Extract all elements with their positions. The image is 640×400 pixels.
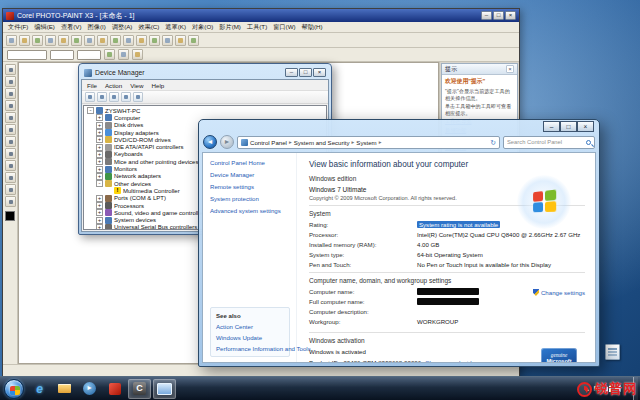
export-icon[interactable] <box>136 35 147 46</box>
console-icon[interactable] <box>85 92 95 102</box>
see-also-item[interactable]: Performance Information and Tools <box>216 345 284 352</box>
forward-button[interactable]: ► <box>220 135 234 149</box>
sidebar-item[interactable]: Device Manager <box>210 171 290 178</box>
portrait-icon[interactable] <box>118 49 129 60</box>
units-icon[interactable] <box>132 49 143 60</box>
paper-size-dropdown[interactable] <box>7 50 47 60</box>
export-icon[interactable] <box>97 92 107 102</box>
system-control-panel-window[interactable]: –□× ◄ ► Control PanelSystem and Security… <box>198 119 600 367</box>
cut-icon[interactable] <box>58 35 69 46</box>
red-app-icon[interactable] <box>103 379 126 399</box>
menu-item[interactable]: 遮罩(K) <box>165 23 186 32</box>
foreground-color-swatch[interactable] <box>5 211 15 221</box>
properties-icon[interactable] <box>133 92 143 102</box>
tree-toggle[interactable]: + <box>96 209 103 216</box>
breadcrumb[interactable]: Control PanelSystem and SecuritySystem <box>237 136 500 149</box>
sidebar-item[interactable]: Remote settings <box>210 183 290 190</box>
print-icon[interactable] <box>45 35 56 46</box>
menu-item[interactable]: 对象(O) <box>192 23 213 32</box>
app-launcher-icon[interactable] <box>175 35 186 46</box>
tree-toggle[interactable]: - <box>87 107 94 114</box>
eyedropper-tool-icon[interactable] <box>5 124 16 135</box>
caption-button[interactable]: – <box>285 68 298 77</box>
ie-icon[interactable] <box>28 379 51 399</box>
shape-tool-icon[interactable] <box>5 196 16 207</box>
menu-item[interactable]: 工具(T) <box>247 23 267 32</box>
menu-item[interactable]: File <box>87 82 97 89</box>
see-also-item[interactable]: Windows Update <box>216 334 284 341</box>
zoom-tool-icon[interactable] <box>5 112 16 123</box>
sidebar-item-control-panel-home[interactable]: Control Panel Home <box>210 159 290 166</box>
search-box[interactable] <box>503 136 595 149</box>
system-titlebar[interactable]: –□× <box>202 123 596 135</box>
crop-tool-icon[interactable] <box>5 100 16 111</box>
help-icon[interactable] <box>188 35 199 46</box>
effect-tool-icon[interactable] <box>5 172 16 183</box>
pick-tool-icon[interactable] <box>5 64 16 75</box>
tree-toggle[interactable]: + <box>96 122 103 129</box>
desktop-shortcut-icon[interactable] <box>605 344 620 360</box>
mask-rect-tool-icon[interactable] <box>5 76 16 87</box>
tree-toggle[interactable]: + <box>96 144 103 151</box>
tree-toggle[interactable]: + <box>96 217 103 224</box>
caption-button[interactable]: – <box>481 11 492 20</box>
scan-hardware-icon[interactable] <box>121 92 131 102</box>
tree-toggle[interactable]: + <box>96 158 103 165</box>
zoom-icon[interactable] <box>149 35 160 46</box>
tree-toggle[interactable]: - <box>96 180 103 187</box>
refresh-icon[interactable] <box>490 139 496 146</box>
media-player-icon[interactable] <box>78 379 101 399</box>
back-button[interactable]: ◄ <box>203 135 217 149</box>
menu-item[interactable]: 帮助(H) <box>302 23 323 32</box>
save-icon[interactable] <box>32 35 43 46</box>
fill-tool-icon[interactable] <box>5 184 16 195</box>
copy-icon[interactable] <box>71 35 82 46</box>
tree-toggle[interactable]: + <box>96 129 103 136</box>
caption-button[interactable]: × <box>313 68 326 77</box>
height-input[interactable] <box>77 50 101 60</box>
new-icon[interactable] <box>6 35 17 46</box>
system-window-icon[interactable] <box>153 379 176 399</box>
change-product-key-link[interactable]: Change product key <box>425 359 480 362</box>
import-icon[interactable] <box>123 35 134 46</box>
landscape-icon[interactable] <box>104 49 115 60</box>
tree-toggle[interactable]: + <box>96 202 103 209</box>
change-settings-link[interactable]: Change settings <box>533 289 585 296</box>
tree-toggle[interactable]: + <box>96 224 103 230</box>
breadcrumb-item[interactable]: Control Panel <box>249 139 288 146</box>
paint-tool-icon[interactable] <box>5 160 16 171</box>
tree-toggle[interactable]: + <box>96 114 103 121</box>
tree-toggle[interactable]: + <box>96 166 103 173</box>
tree-toggle[interactable]: + <box>96 173 103 180</box>
menu-item[interactable]: Help <box>152 82 165 89</box>
docker-close-icon[interactable] <box>506 65 514 73</box>
eraser-tool-icon[interactable] <box>5 136 16 147</box>
menu-item[interactable]: 窗口(W) <box>273 23 295 32</box>
see-also-item[interactable]: Action Center <box>216 323 284 330</box>
menu-item[interactable]: View <box>130 82 143 89</box>
menu-item[interactable]: 效果(C) <box>138 23 159 32</box>
redo-icon[interactable] <box>110 35 121 46</box>
menu-item[interactable]: Action <box>105 82 122 89</box>
menu-item[interactable]: 查看(V) <box>61 23 82 32</box>
tree-toggle[interactable]: + <box>96 151 103 158</box>
menu-item[interactable]: 影片(M) <box>219 23 241 32</box>
caption-button[interactable]: □ <box>299 68 312 77</box>
tree-toggle[interactable]: + <box>96 195 103 202</box>
caption-button[interactable]: × <box>577 121 594 132</box>
corel-titlebar[interactable]: Corel PHOTO-PAINT X3 - [未命名 - 1] –□× <box>3 9 519 22</box>
caption-button[interactable]: × <box>505 11 516 20</box>
explorer-icon[interactable] <box>53 379 76 399</box>
caption-button[interactable]: □ <box>560 121 577 132</box>
device-manager-titlebar[interactable]: Device Manager –□× <box>81 66 329 79</box>
start-button[interactable] <box>4 379 24 399</box>
menu-item[interactable]: 文件(F) <box>8 23 28 32</box>
text-tool-icon[interactable] <box>5 148 16 159</box>
open-icon[interactable] <box>19 35 30 46</box>
tree-toggle[interactable]: + <box>96 136 103 143</box>
corel-icon[interactable] <box>128 379 151 399</box>
menu-item[interactable]: 图像(I) <box>88 23 106 32</box>
breadcrumb-item[interactable]: System and Security <box>293 139 351 146</box>
device-tree-item[interactable]: - ZYSWHT-PC <box>85 107 326 114</box>
breadcrumb-item[interactable]: System <box>355 139 377 146</box>
